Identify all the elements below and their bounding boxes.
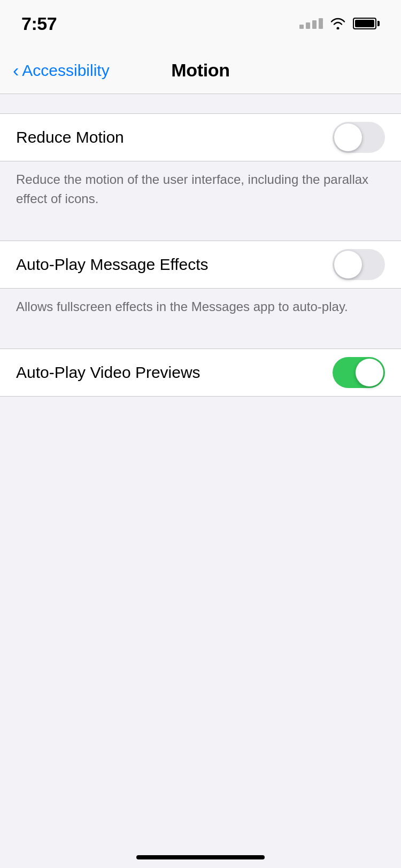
home-indicator	[136, 855, 265, 859]
signal-icon	[299, 18, 323, 29]
page-title: Motion	[171, 60, 230, 81]
top-spacer	[0, 94, 401, 113]
wifi-icon	[330, 18, 345, 29]
reduce-motion-description: Reduce the motion of the user interface,…	[0, 161, 401, 221]
auto-play-video-label: Auto-Play Video Previews	[16, 363, 200, 382]
status-time: 7:57	[21, 13, 57, 34]
reduce-motion-toggle[interactable]	[333, 122, 385, 153]
settings-section: Reduce Motion	[0, 113, 401, 161]
reduce-motion-label: Reduce Motion	[16, 128, 124, 146]
section-gap-1	[0, 221, 401, 241]
back-label: Accessibility	[22, 61, 109, 80]
auto-play-message-section: Auto-Play Message Effects	[0, 241, 401, 289]
auto-play-message-row: Auto-Play Message Effects	[0, 241, 401, 288]
toggle-knob-2	[334, 251, 362, 278]
battery-icon	[353, 18, 380, 29]
auto-play-video-section: Auto-Play Video Previews	[0, 348, 401, 397]
section-gap-2	[0, 329, 401, 348]
reduce-motion-row: Reduce Motion	[0, 114, 401, 161]
status-icons	[299, 18, 380, 29]
toggle-knob-3	[356, 359, 383, 386]
auto-play-video-row: Auto-Play Video Previews	[0, 349, 401, 396]
auto-play-message-label: Auto-Play Message Effects	[16, 255, 209, 274]
auto-play-video-toggle[interactable]	[333, 357, 385, 388]
back-chevron-icon: ‹	[13, 61, 19, 79]
toggle-knob	[334, 123, 362, 151]
auto-play-message-toggle[interactable]	[333, 249, 385, 280]
back-button[interactable]: ‹ Accessibility	[13, 61, 110, 80]
nav-bar: ‹ Accessibility Motion	[0, 47, 401, 94]
status-bar: 7:57	[0, 0, 401, 47]
auto-play-message-description: Allows fullscreen effects in the Message…	[0, 289, 401, 329]
